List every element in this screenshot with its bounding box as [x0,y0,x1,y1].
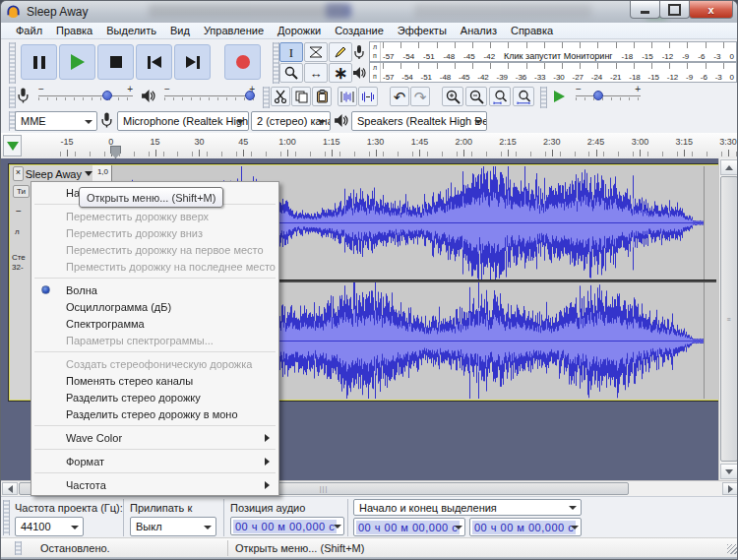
playback-volume-slider[interactable]: − + [164,86,255,105]
mixer-toolbar-grabber[interactable] [9,87,16,108]
maximize-button[interactable] [659,1,690,19]
stop-button[interactable] [97,44,134,80]
silence-audio-button[interactable] [358,87,378,106]
context-menu-item-label: Осциллограмма (дБ) [66,301,171,313]
zoom-fit-button[interactable] [513,87,534,106]
context-menu-item-9[interactable]: Спектрограмма [32,315,277,332]
minimize-button[interactable] [630,1,660,19]
silence-audio-icon [361,91,375,103]
menubar-item-8[interactable]: Анализ [454,24,504,37]
playback-device-select[interactable]: Speakers (Realtek High Defi [351,111,487,131]
selection-tool-button[interactable]: I [279,42,303,62]
recording-channels-select[interactable]: 2 (стерео) кана. [251,111,331,131]
chevron-down-icon [204,526,212,529]
track-name[interactable]: Sleep Away [26,168,82,180]
paste-button[interactable] [312,87,332,106]
zoom-tool-button[interactable] [279,63,303,83]
track-menu-arrow-icon[interactable] [85,171,92,176]
menubar-item-5[interactable]: Дорожки [271,24,328,37]
tools-toolbar-grabber[interactable] [273,42,279,84]
menubar-item-1[interactable]: Правка [49,24,99,37]
play-speed-slider[interactable]: − + [576,86,641,105]
menubar-item-4[interactable]: Управление [197,24,271,37]
play-button[interactable] [59,44,95,80]
skip-to-end-button[interactable] [174,44,211,80]
trim-audio-button[interactable] [338,87,357,106]
zoom-out-button[interactable] [465,87,487,106]
menubar-item-0[interactable]: Файл [9,24,49,37]
undo-button[interactable]: ↶ [390,87,409,106]
selection-range-mode-select[interactable]: Начало и конец выделения [353,499,582,516]
menubar-item-7[interactable]: Эффекты [391,24,454,37]
scroll-left-button[interactable] [2,482,18,495]
cut-button[interactable] [271,87,290,106]
context-menu-item-13[interactable]: Поменять стерео каналы [32,372,277,389]
timeline-ruler[interactable]: -1501530451:001:151:301:452:002:152:302:… [1,133,738,159]
zoom-out-icon [469,90,484,104]
recording-device-select[interactable]: Microphone (Realtek High I [117,111,249,131]
context-menu-item-17[interactable]: Wave Color [32,429,277,446]
transport-toolbar-grabber[interactable] [9,42,16,84]
menubar-item-9[interactable]: Справка [504,24,560,37]
context-menu-item-3: Переместить дорожку вниз [32,224,277,241]
play-speed-thumb[interactable] [593,91,603,100]
selection-start-field[interactable]: 00 ч 00 м 00,000 с [353,518,465,536]
copy-button[interactable] [291,87,311,106]
context-menu-item-5: Преместить дорожку на последнее место [32,258,277,275]
scroll-right-button[interactable] [722,482,738,495]
record-meter-button[interactable] [351,43,367,61]
play-meter-button[interactable] [351,64,367,82]
resize-grip[interactable] [727,544,737,554]
vertical-scroll-thumb[interactable]: ≡ [720,176,738,462]
close-button[interactable]: x [689,1,733,19]
play-icon [71,54,85,70]
playback-meter[interactable]: лп -57-54-51-48-45-42-39-36-33-30-27-24-… [369,62,737,83]
zoom-selection-button[interactable] [489,87,511,106]
mute-button-fragment[interactable]: Ти [13,185,30,198]
project-rate-select[interactable]: 44100 [15,517,84,536]
edit-toolbar-grabber[interactable] [263,87,270,108]
context-menu-item-7[interactable]: Волна [32,281,277,298]
context-menu-item-8[interactable]: Осциллограмма (дБ) [32,298,277,315]
recording-volume-thumb[interactable] [102,91,112,100]
draw-tool-button[interactable] [329,42,352,62]
timeshift-tool-button[interactable]: ↔ [304,63,328,83]
gain-slider-fragment[interactable]: − [16,206,22,217]
selection-end-field[interactable]: 00 ч 00 м 00,000 с [469,518,582,536]
play-at-speed-button[interactable] [548,87,570,106]
context-menu-item-21[interactable]: Частота [32,476,277,493]
playback-volume-thumb[interactable] [245,91,255,100]
snap-select[interactable]: Выкл [130,517,216,536]
recording-meter[interactable]: лп -57-54-51-48-45-42Клик запустит Монит… [369,41,737,62]
monitoring-message[interactable]: Клик запустит Мониторинг [504,51,613,61]
meter-scale-number: -51 [423,52,435,61]
scroll-down-button[interactable] [720,464,738,479]
pin-playhead-button[interactable] [3,135,22,156]
context-menu-item-14[interactable]: Разделить стерео дорожку [32,389,277,405]
envelope-tool-button[interactable] [304,42,328,62]
pause-button[interactable] [21,44,57,80]
track-close-button[interactable]: × [13,166,24,181]
multi-tool-button[interactable]: ∗ [329,63,352,83]
menubar-item-2[interactable]: Выделить [99,24,163,37]
selection-toolbar-grabber[interactable] [3,500,10,535]
menubar-item-6[interactable]: Создание [328,24,391,37]
playhead-marker[interactable] [110,146,121,158]
record-button[interactable] [224,44,261,80]
skip-to-start-button[interactable] [136,44,172,80]
audio-host-select[interactable]: MME [15,111,97,131]
context-menu-item-19[interactable]: Формат [32,453,277,469]
zoom-in-button[interactable] [442,87,463,106]
vertical-scrollbar[interactable]: ≡ [718,158,738,480]
recording-volume-slider[interactable]: − + [38,86,133,105]
pan-slider-fragment[interactable]: л [15,227,20,236]
playatspeed-toolbar-grabber[interactable] [540,87,547,108]
redo-button[interactable]: ↷ [410,87,430,106]
timeline-label: 15 [151,137,160,147]
speaker-icon [352,66,366,80]
audio-position-field[interactable]: 00 ч 00 м 00,000 с [230,517,344,535]
scroll-up-button[interactable] [720,159,738,175]
context-menu-item-15[interactable]: Разделить стерео дорожку в моно [32,405,277,422]
title-bar[interactable]: Sleep Away x [1,1,738,24]
menubar-item-3[interactable]: Вид [163,24,197,37]
